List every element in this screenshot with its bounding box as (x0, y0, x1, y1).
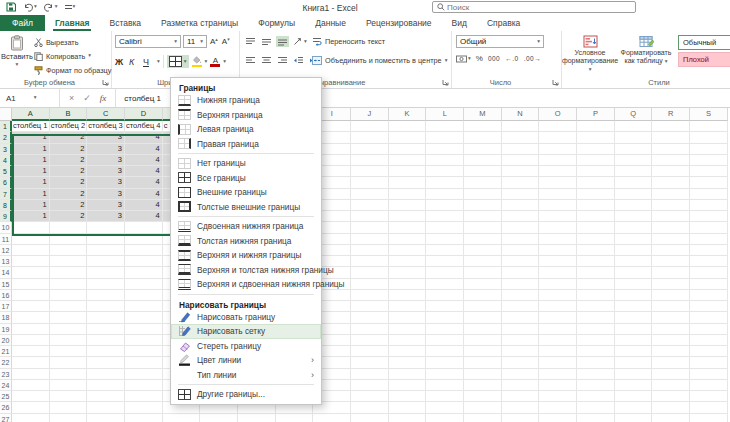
cell-J5[interactable] (351, 166, 389, 177)
menu-item[interactable]: Нет границы (171, 156, 321, 171)
decrease-font-size-button[interactable]: A▾ (221, 37, 231, 46)
column-header-S[interactable]: S (690, 108, 728, 121)
cell-P10[interactable] (577, 222, 615, 233)
ribbon-tab[interactable]: Справка (477, 15, 530, 31)
row-header-4[interactable]: 4 (0, 155, 12, 166)
cell-K6[interactable] (389, 177, 427, 188)
cell-M12[interactable] (464, 245, 502, 256)
cell-D3[interactable]: 4 (125, 144, 163, 155)
cell-D1[interactable]: столбец 4 (125, 121, 163, 132)
cell-R16[interactable] (652, 290, 690, 301)
cell-Q24[interactable] (615, 380, 653, 391)
cell-B18[interactable] (50, 312, 88, 323)
cell-L18[interactable] (426, 312, 464, 323)
cell-J23[interactable] (351, 369, 389, 380)
cell-A14[interactable] (12, 267, 50, 278)
cell-R3[interactable] (652, 144, 690, 155)
cell-L19[interactable] (426, 324, 464, 335)
cell-R22[interactable] (652, 357, 690, 368)
cell-A22[interactable] (12, 357, 50, 368)
cell-R17[interactable] (652, 301, 690, 312)
cell-S15[interactable] (690, 279, 728, 290)
cell-B25[interactable] (50, 391, 88, 402)
cell-K8[interactable] (389, 200, 427, 211)
select-all-corner[interactable] (0, 108, 12, 121)
cell-O6[interactable] (539, 177, 577, 188)
cell-P8[interactable] (577, 200, 615, 211)
cell-A2[interactable]: 1 (12, 132, 50, 143)
font-size-combo[interactable]: 11 ▾ (183, 35, 207, 48)
cell-Q21[interactable] (615, 346, 653, 357)
cell-Q2[interactable] (615, 132, 653, 143)
cell-R8[interactable] (652, 200, 690, 211)
row-header-24[interactable]: 24 (0, 380, 12, 391)
cell-B8[interactable]: 2 (50, 200, 88, 211)
cell-D19[interactable] (125, 324, 163, 335)
cell-J15[interactable] (351, 279, 389, 290)
cell-M4[interactable] (464, 155, 502, 166)
cell-L1[interactable] (426, 121, 464, 132)
cell-R7[interactable] (652, 189, 690, 200)
cell-C17[interactable] (87, 301, 125, 312)
cell-Q18[interactable] (615, 312, 653, 323)
orientation-button[interactable]: ▾ (292, 36, 308, 47)
row-header-14[interactable]: 14 (0, 267, 12, 278)
cell-C14[interactable] (87, 267, 125, 278)
cell-B6[interactable]: 2 (50, 177, 88, 188)
number-dialog-launcher-icon[interactable] (552, 79, 559, 86)
cell-L22[interactable] (426, 357, 464, 368)
style-chip[interactable]: Обычный (678, 35, 730, 50)
cell-K13[interactable] (389, 256, 427, 267)
cell-A5[interactable]: 1 (12, 166, 50, 177)
cell-N15[interactable] (502, 279, 540, 290)
cell-R19[interactable] (652, 324, 690, 335)
cell-R1[interactable] (652, 121, 690, 132)
cell-Q9[interactable] (615, 211, 653, 222)
cell-Q27[interactable] (615, 414, 653, 422)
font-color-button[interactable]: А (210, 57, 220, 67)
cell-M26[interactable] (464, 402, 502, 413)
cell-M13[interactable] (464, 256, 502, 267)
cell-K27[interactable] (389, 414, 427, 422)
row-header-6[interactable]: 6 (0, 177, 12, 188)
underline-button[interactable]: Ч (143, 57, 154, 67)
cell-Q17[interactable] (615, 301, 653, 312)
cell-D20[interactable] (125, 335, 163, 346)
cell-P20[interactable] (577, 335, 615, 346)
cell-P12[interactable] (577, 245, 615, 256)
decrease-indent-button[interactable] (292, 55, 305, 66)
cell-K14[interactable] (389, 267, 427, 278)
cell-D11[interactable] (125, 234, 163, 245)
cell-N12[interactable] (502, 245, 540, 256)
cell-O15[interactable] (539, 279, 577, 290)
cell-L5[interactable] (426, 166, 464, 177)
cell-A16[interactable] (12, 290, 50, 301)
cell-A10[interactable] (12, 222, 50, 233)
cell-L23[interactable] (426, 369, 464, 380)
cell-C5[interactable]: 3 (87, 166, 125, 177)
font-family-combo[interactable]: Calibri ▾ (115, 35, 181, 48)
cell-K2[interactable] (389, 132, 427, 143)
copy-dropdown-icon[interactable]: ▾ (88, 53, 91, 59)
cell-K10[interactable] (389, 222, 427, 233)
cell-K21[interactable] (389, 346, 427, 357)
cell-D23[interactable] (125, 369, 163, 380)
column-header-K[interactable]: K (389, 108, 427, 121)
cell-K19[interactable] (389, 324, 427, 335)
ribbon-tab[interactable]: Файл (0, 15, 45, 31)
bold-button[interactable]: Ж (115, 57, 126, 67)
row-header-11[interactable]: 11 (0, 234, 12, 245)
row-header-5[interactable]: 5 (0, 166, 12, 177)
cell-M5[interactable] (464, 166, 502, 177)
cell-O2[interactable] (539, 132, 577, 143)
cell-J27[interactable] (351, 414, 389, 422)
cell-M23[interactable] (464, 369, 502, 380)
cell-N19[interactable] (502, 324, 540, 335)
cell-O8[interactable] (539, 200, 577, 211)
row-header-10[interactable]: 10 (0, 222, 12, 233)
cell-L16[interactable] (426, 290, 464, 301)
cell-R13[interactable] (652, 256, 690, 267)
cell-G27[interactable] (238, 414, 276, 422)
format-as-table-button[interactable]: Форматироватькак таблицу ▾ (618, 31, 674, 65)
cell-A9[interactable]: 1 (12, 211, 50, 222)
